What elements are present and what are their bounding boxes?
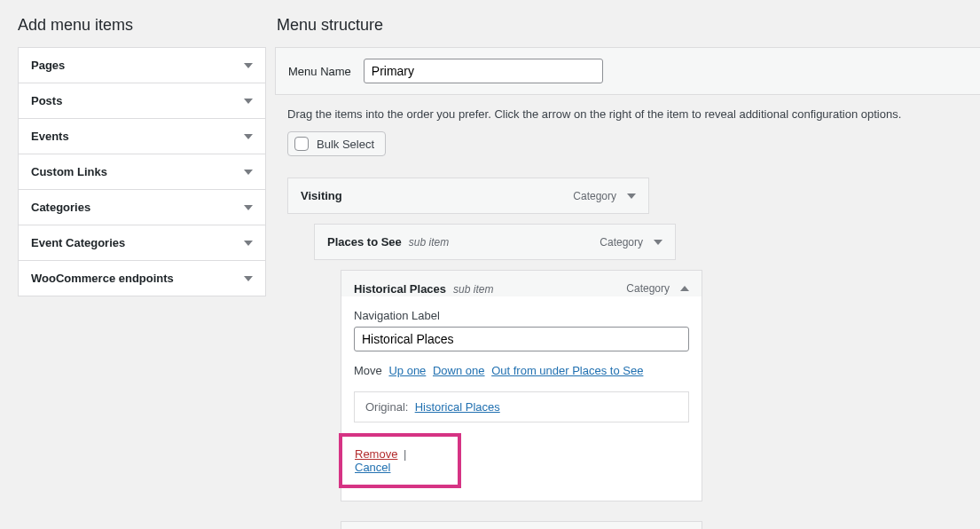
- menu-item-title: Historical Places: [354, 282, 446, 296]
- accordion-label: Custom Links: [31, 165, 107, 178]
- menu-item-edit-panel: Navigation Label Move Up one Down one Ou…: [341, 296, 702, 501]
- chevron-down-icon: [244, 241, 253, 246]
- chevron-down-icon: [244, 63, 253, 68]
- accordion-pages[interactable]: Pages: [19, 48, 265, 83]
- chevron-down-icon: [244, 170, 253, 175]
- accordion-event-categories[interactable]: Event Categories: [19, 225, 265, 261]
- instructions-text: Drag the items into the order you prefer…: [287, 107, 968, 121]
- menu-item-type: Category: [626, 282, 670, 295]
- menu-item-title: Places to See: [327, 235, 402, 249]
- menu-item-type: Category: [600, 236, 643, 249]
- original-link[interactable]: Historical Places: [415, 400, 500, 414]
- nav-label-caption: Navigation Label: [354, 309, 689, 322]
- checkbox-icon[interactable]: [294, 137, 309, 151]
- original-box: Original: Historical Places: [354, 391, 689, 422]
- chevron-down-icon: [244, 276, 253, 281]
- add-items-heading: Add menu items: [18, 16, 266, 35]
- chevron-up-icon[interactable]: [680, 286, 689, 291]
- chevron-down-icon: [244, 99, 253, 104]
- move-up-link[interactable]: Up one: [388, 364, 426, 377]
- cancel-link[interactable]: Cancel: [355, 461, 390, 474]
- remove-cancel-highlight: Remove | Cancel: [339, 433, 461, 488]
- remove-link[interactable]: Remove: [355, 447, 397, 461]
- accordion-custom-links[interactable]: Custom Links: [19, 154, 265, 190]
- menu-item-visiting[interactable]: Visiting Category: [287, 178, 649, 214]
- menu-name-bar: Menu Name: [275, 47, 980, 95]
- accordion-label: Event Categories: [31, 236, 125, 249]
- accordion-label: Posts: [31, 94, 62, 107]
- nav-label-input[interactable]: [354, 327, 689, 351]
- chevron-down-icon: [244, 134, 253, 139]
- menu-item-type: Category: [573, 190, 616, 202]
- menu-name-input[interactable]: [364, 59, 603, 83]
- menu-item-museums-art-galleries[interactable]: Museums & Art Galleries sub item Categor…: [341, 521, 702, 529]
- move-out-link[interactable]: Out from under Places to See: [491, 364, 643, 377]
- chevron-down-icon[interactable]: [627, 193, 636, 199]
- move-row: Move Up one Down one Out from under Plac…: [354, 364, 689, 377]
- move-down-link[interactable]: Down one: [433, 364, 485, 377]
- accordion-label: Events: [31, 130, 69, 143]
- separator: |: [404, 447, 406, 461]
- menu-item-places-to-see[interactable]: Places to See sub item Category: [314, 224, 676, 260]
- move-label: Move: [354, 364, 382, 377]
- accordion-woocommerce-endpoints[interactable]: WooCommerce endpoints: [19, 261, 265, 296]
- bulk-select-toggle[interactable]: Bulk Select: [287, 131, 386, 156]
- accordion-label: Pages: [31, 59, 65, 72]
- original-label: Original:: [365, 400, 408, 414]
- menu-name-label: Menu Name: [288, 65, 351, 78]
- accordion-events[interactable]: Events: [19, 119, 265, 154]
- accordion-categories[interactable]: Categories: [19, 190, 265, 225]
- add-items-accordion: Pages Posts Events Custom Links Categori…: [18, 47, 266, 296]
- menu-structure-heading: Menu structure: [275, 16, 980, 35]
- menu-item-subtext: sub item: [453, 283, 493, 296]
- bulk-select-label: Bulk Select: [317, 138, 374, 151]
- chevron-down-icon: [244, 205, 253, 210]
- accordion-label: Categories: [31, 201, 90, 214]
- chevron-down-icon[interactable]: [654, 240, 662, 245]
- menu-item-subtext: sub item: [409, 236, 449, 249]
- accordion-label: WooCommerce endpoints: [31, 272, 174, 285]
- menu-item-title: Visiting: [301, 189, 342, 202]
- accordion-posts[interactable]: Posts: [19, 83, 265, 119]
